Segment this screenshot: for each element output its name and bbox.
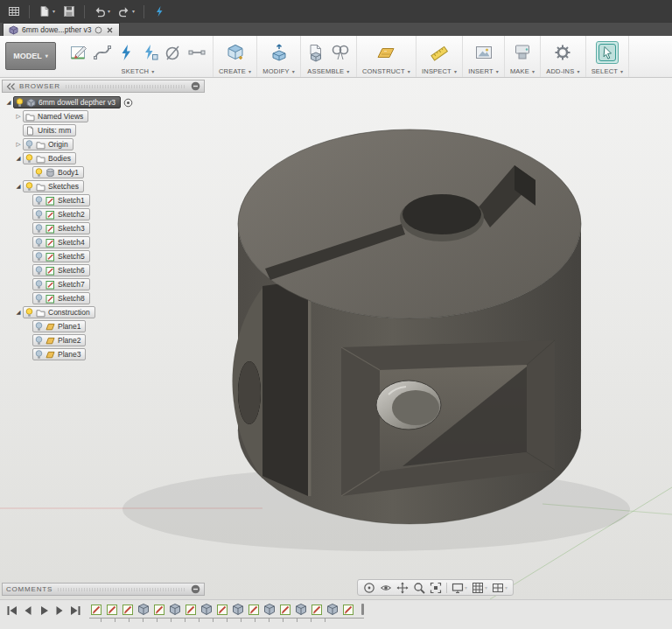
- redo-button[interactable]: ▾: [116, 3, 137, 19]
- tree-item-sketch6[interactable]: Sketch6: [32, 264, 90, 276]
- circle-slash-button[interactable]: [163, 42, 184, 63]
- tree-row-plane2[interactable]: Plane2: [2, 333, 205, 347]
- extrude-feature-10[interactable]: [231, 602, 245, 617]
- tree-row-named-views[interactable]: ▷Named Views: [2, 109, 205, 123]
- viewports-button[interactable]: ▾: [490, 581, 509, 595]
- tree-row-bodies[interactable]: ◢Bodies: [2, 151, 205, 165]
- group-menu-assemble[interactable]: ASSEMBLE▾: [307, 67, 349, 76]
- group-menu-add-ins[interactable]: ADD-INS▾: [546, 67, 579, 76]
- tree-row-construction[interactable]: ◢Construction: [2, 305, 205, 319]
- workspace-selector[interactable]: MODEL ▾: [5, 42, 56, 70]
- expand-arrow-icon[interactable]: ▷: [14, 113, 23, 120]
- minimize-panel-icon[interactable]: [191, 584, 200, 594]
- zoom-button[interactable]: [411, 581, 427, 595]
- expand-arrow-icon[interactable]: ▷: [14, 141, 23, 148]
- timeline-track[interactable]: [89, 618, 364, 625]
- sketch-feature-2[interactable]: [105, 602, 119, 617]
- sketch-feature-17[interactable]: [341, 602, 355, 617]
- tree-row-sketch7[interactable]: Sketch7: [2, 277, 205, 291]
- tree-row-sketches[interactable]: ◢Sketches: [2, 179, 205, 193]
- tree-item-plane1[interactable]: Plane1: [32, 320, 86, 332]
- sketch-feature-13[interactable]: [278, 602, 292, 617]
- select-cursor-button[interactable]: [597, 42, 618, 63]
- group-menu-create[interactable]: CREATE▾: [219, 67, 251, 76]
- joint-button[interactable]: [330, 42, 351, 63]
- make-button[interactable]: [512, 42, 533, 63]
- project-button[interactable]: [116, 42, 136, 63]
- press-pull-button[interactable]: [269, 42, 290, 63]
- go-to-end-button[interactable]: [68, 604, 82, 618]
- extrude-feature-6[interactable]: [168, 602, 182, 617]
- collapse-arrow-icon[interactable]: ◢: [14, 155, 23, 162]
- create-sketch-button[interactable]: [68, 42, 89, 63]
- panel-grip[interactable]: [58, 588, 186, 591]
- insert-image-button[interactable]: [473, 42, 494, 63]
- sketch-feature-3[interactable]: [121, 602, 135, 617]
- extrude-feature-14[interactable]: [294, 602, 308, 617]
- tree-item-sketches[interactable]: Sketches: [23, 180, 84, 192]
- extrude-feature-8[interactable]: [200, 602, 214, 617]
- tree-row-6mm-dowell-depther-v3[interactable]: ◢6mm dowell depther v3: [2, 95, 205, 109]
- go-to-start-button[interactable]: [5, 604, 19, 618]
- tree-row-plane3[interactable]: Plane3: [2, 347, 205, 361]
- minimize-panel-icon[interactable]: [191, 81, 200, 91]
- sketch-feature-9[interactable]: [215, 602, 229, 617]
- tree-item-sketch3[interactable]: Sketch3: [32, 222, 90, 234]
- timeline-position-marker[interactable]: [361, 604, 364, 615]
- undo-button[interactable]: ▾: [91, 3, 113, 19]
- tree-row-sketch6[interactable]: Sketch6: [2, 263, 205, 277]
- group-menu-sketch[interactable]: SKETCH▾: [122, 67, 155, 76]
- tree-item-construction[interactable]: Construction: [23, 306, 95, 318]
- sketch-feature-11[interactable]: [247, 602, 261, 617]
- tree-row-body1[interactable]: Body1: [2, 165, 205, 179]
- document-tab[interactable]: 6mm dowe...pther v3: [3, 23, 120, 36]
- tree-item-sketch4[interactable]: Sketch4: [32, 236, 90, 248]
- orbit-button[interactable]: [361, 581, 377, 595]
- tree-item-sketch5[interactable]: Sketch5: [32, 250, 90, 262]
- tree-row-sketch8[interactable]: Sketch8: [2, 291, 205, 305]
- play-button[interactable]: [37, 604, 51, 618]
- display-settings-button[interactable]: ▾: [450, 581, 469, 595]
- look-at-button[interactable]: [378, 581, 394, 595]
- sketch-feature-5[interactable]: [152, 602, 166, 617]
- tree-item-6mm-dowell-depther-v3[interactable]: 6mm dowell depther v3: [13, 96, 121, 108]
- collapse-panel-icon[interactable]: [6, 82, 16, 91]
- tree-item-body1[interactable]: Body1: [32, 166, 84, 178]
- tree-row-sketch4[interactable]: Sketch4: [2, 235, 205, 249]
- construct-plane-button[interactable]: [375, 42, 396, 63]
- new-file-button[interactable]: ▾: [36, 3, 58, 19]
- collapse-arrow-icon[interactable]: ◢: [14, 309, 23, 316]
- spline-button[interactable]: [92, 42, 113, 63]
- sketch-feature-1[interactable]: [89, 602, 103, 617]
- group-menu-modify[interactable]: MODIFY▾: [262, 67, 295, 76]
- panel-grip[interactable]: [66, 85, 186, 88]
- grid-snaps-button[interactable]: ▾: [470, 581, 489, 595]
- group-menu-construct[interactable]: CONSTRUCT▾: [362, 67, 410, 76]
- tree-item-origin[interactable]: Origin: [23, 138, 74, 150]
- save-button[interactable]: [60, 3, 78, 19]
- extrude-feature-16[interactable]: [326, 602, 340, 617]
- step-forward-button[interactable]: [52, 604, 66, 618]
- sketch-feature-15[interactable]: [310, 602, 324, 617]
- tree-item-plane2[interactable]: Plane2: [32, 334, 86, 346]
- extrude-feature-12[interactable]: [262, 602, 276, 617]
- browser-header[interactable]: BROWSER: [2, 80, 205, 93]
- sketch-feature-7[interactable]: [184, 602, 198, 617]
- create-form-button[interactable]: [225, 42, 246, 63]
- collapse-arrow-icon[interactable]: ◢: [14, 183, 23, 190]
- tree-item-bodies[interactable]: Bodies: [23, 152, 76, 164]
- group-menu-insert[interactable]: INSERT▾: [468, 67, 499, 76]
- new-component-button[interactable]: [306, 42, 327, 63]
- include-3d-button[interactable]: [139, 42, 160, 63]
- measure-button[interactable]: [429, 42, 450, 63]
- viewport-canvas[interactable]: BROWSER ◢6mm dowell depther v3▷Named Vie…: [0, 78, 672, 599]
- tab-close-icon[interactable]: [106, 26, 114, 34]
- group-menu-select[interactable]: SELECT▾: [592, 67, 624, 76]
- tree-row-plane1[interactable]: Plane1: [2, 319, 205, 333]
- tree-item-units-mm[interactable]: Units: mm: [23, 124, 76, 136]
- two-point-line-button[interactable]: [186, 42, 207, 63]
- pan-button[interactable]: [395, 581, 410, 595]
- tree-item-sketch1[interactable]: Sketch1: [32, 194, 90, 206]
- tree-row-sketch2[interactable]: Sketch2: [2, 207, 205, 221]
- group-menu-inspect[interactable]: INSPECT▾: [422, 67, 457, 76]
